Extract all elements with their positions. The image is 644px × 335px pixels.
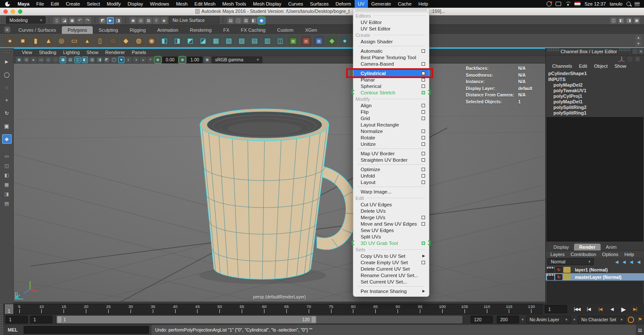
uv-menu-item[interactable]: ▶ <box>353 163 429 166</box>
shelf-tab[interactable]: Rigging <box>124 26 151 34</box>
shaded-icon[interactable]: ● <box>118 57 125 63</box>
animation-end-field[interactable]: 200 <box>497 316 519 323</box>
poly-gear-icon[interactable]: ◍ <box>133 35 144 46</box>
uv-menu-item[interactable]: ▶ <box>353 67 429 70</box>
layer-refresh-icon[interactable]: ↻ <box>555 267 562 273</box>
close-window-button[interactable] <box>3 9 8 14</box>
textured-icon[interactable]: ◐ <box>125 57 132 63</box>
redo-icon[interactable]: ↷ <box>84 17 91 24</box>
wifi-icon[interactable] <box>565 2 571 6</box>
uv-menu-item[interactable]: Best Plane Texturing Tool ▶ <box>353 54 429 60</box>
menu-item[interactable]: Surfaces <box>307 0 332 8</box>
uv-menu-item[interactable]: Grid ▶ <box>353 115 429 121</box>
history-node[interactable]: polyMapDel1 <box>546 99 644 105</box>
layer1 (Normal)[interactable]: ↻ layer1 (Normal) <box>546 266 644 273</box>
go-to-start-button[interactable]: |◀◀ <box>572 305 582 314</box>
gamma-field[interactable]: 1.00 <box>187 57 202 63</box>
snap-grid-icon[interactable]: ◉ <box>130 17 137 24</box>
scale-tool[interactable]: ▣ <box>2 121 12 131</box>
uv-menu-item[interactable]: Sets ▶ <box>353 246 429 253</box>
anim-layer-selector[interactable]: No Anim Layer <box>526 316 571 323</box>
uv-menu-item[interactable]: ▶ <box>353 147 429 150</box>
uv-menu-item[interactable]: Map UV Border ▶ <box>353 150 429 157</box>
poly-cone-icon[interactable]: ▲ <box>43 35 54 46</box>
uv-menu-item[interactable]: Merge UVs ▶ <box>353 214 429 220</box>
poly-helix-icon[interactable]: ◌ <box>107 35 118 46</box>
safe-title-icon[interactable]: ◩ <box>103 57 110 63</box>
uv-menu-item[interactable]: Unfold ▶ <box>353 172 429 179</box>
menu-item[interactable]: Generate <box>368 0 395 8</box>
layer-editor-menu[interactable]: Help <box>621 252 637 257</box>
hyperbolic-icon[interactable]: / <box>635 57 640 62</box>
shelf-tab[interactable]: FX Caching <box>235 26 271 34</box>
channel-box-toggle-icon[interactable]: ◨ <box>626 17 632 24</box>
menu-item[interactable]: Cache <box>395 0 415 8</box>
masterLayer (Normal)[interactable]: ↻ masterLayer (Normal) <box>546 273 644 281</box>
film-gate-icon[interactable]: ▤ <box>67 57 73 63</box>
shelf-tab[interactable]: FX <box>218 26 235 34</box>
option-box-icon[interactable] <box>422 216 425 219</box>
shadows-icon[interactable]: ◒ <box>140 57 146 63</box>
uv-menu-item[interactable]: Editors ▶ <box>353 12 429 19</box>
close-panel-icon[interactable]: × <box>638 49 644 54</box>
uv-menu-item[interactable]: ▶ <box>353 285 429 288</box>
layer-editor-tab[interactable]: Anim <box>601 244 622 250</box>
hypergraph-layout-button[interactable]: ▤ <box>3 199 11 207</box>
shelf-tab[interactable]: Custom <box>272 26 299 34</box>
range-slider-bar[interactable]: 1 120 <box>57 316 316 323</box>
range-start-handle[interactable] <box>58 317 61 323</box>
image-plane-icon[interactable]: ▭ <box>38 57 44 63</box>
shelf-scroll-down-icon[interactable]: ▾ <box>635 41 641 46</box>
option-box-icon[interactable] <box>422 62 425 66</box>
option-box-icon[interactable] <box>422 261 425 264</box>
option-box-icon[interactable] <box>422 181 425 184</box>
uv-menu-item[interactable]: Flip ▶ <box>353 109 429 115</box>
channel-box-menu[interactable]: Object <box>591 63 611 69</box>
uv-menu-item[interactable]: UV Editor ▶ <box>353 19 429 25</box>
layer-mode-icon[interactable] <box>563 274 571 280</box>
wireframe-icon[interactable]: ◯ <box>111 57 117 63</box>
tool-settings-toggle-icon[interactable]: ◧ <box>618 17 625 24</box>
display-render-settings-icon[interactable]: ◉ <box>258 17 265 24</box>
select-tool[interactable]: ► <box>2 57 12 66</box>
layer-blend-mode-selector[interactable]: Normal <box>547 258 594 265</box>
panel-grip[interactable] <box>0 325 3 335</box>
range-end-handle[interactable] <box>312 317 316 323</box>
character-set-selector[interactable]: No Character Set <box>578 316 626 323</box>
step-forward-frame-button[interactable]: ▶| <box>641 305 644 314</box>
display-icon[interactable] <box>556 2 561 6</box>
shelf-tab[interactable]: Curves / Surfaces <box>13 26 61 34</box>
viewport-canvas[interactable]: Backfaces: N/A Smoothness: N/A Instance:… <box>14 63 545 302</box>
panel-grip[interactable] <box>547 48 559 52</box>
play-forward-button[interactable]: ▶ <box>618 305 629 314</box>
panel-menu[interactable]: Show <box>84 50 102 55</box>
combine-icon[interactable]: ◧ <box>159 35 170 46</box>
grease-pencil-icon[interactable]: ◌ <box>52 57 59 63</box>
history-node[interactable]: polyMapDel2 <box>546 82 644 88</box>
crease-icon[interactable]: ● <box>339 35 350 46</box>
add-layer-icon[interactable]: ◀ <box>628 259 635 265</box>
option-box-icon[interactable] <box>422 158 425 162</box>
panel-grip[interactable] <box>0 304 3 314</box>
poly-pyramid-icon[interactable]: ▴ <box>82 35 93 46</box>
script-editor-icon[interactable]: ▤ <box>636 326 644 334</box>
inputs-section-label[interactable]: INPUTS <box>546 76 644 82</box>
layer-visibility-toggle[interactable] <box>547 267 554 273</box>
shelf-scroll-up-icon[interactable]: ▴ <box>635 35 641 40</box>
smooth-icon[interactable]: ▦ <box>210 35 222 46</box>
outliner-layout-button[interactable]: ◨ <box>3 190 11 198</box>
new-scene-icon[interactable]: ▯ <box>53 17 60 24</box>
make-live-icon[interactable]: ◈ <box>161 17 167 24</box>
render-view-icon[interactable]: ▤ <box>227 17 234 24</box>
option-box-icon[interactable] <box>422 152 425 155</box>
history-node[interactable]: polyTweakUV1 <box>546 88 644 94</box>
live-surface-field[interactable]: No Live Surface <box>169 16 219 24</box>
shelf-tab[interactable]: Animation <box>152 26 184 34</box>
grid-icon[interactable]: ▦ <box>60 57 66 63</box>
play-backwards-button[interactable]: ◀ <box>607 305 617 314</box>
uv-menu-item[interactable]: Per Instance Sharing ▶ <box>353 288 429 294</box>
field-chart-icon[interactable]: ▥ <box>89 57 95 63</box>
command-language-toggle[interactable]: MEL <box>3 327 24 332</box>
animation-start-field[interactable]: 1 <box>6 316 28 323</box>
attribute-editor-toggle-icon[interactable]: ◫ <box>610 17 617 24</box>
